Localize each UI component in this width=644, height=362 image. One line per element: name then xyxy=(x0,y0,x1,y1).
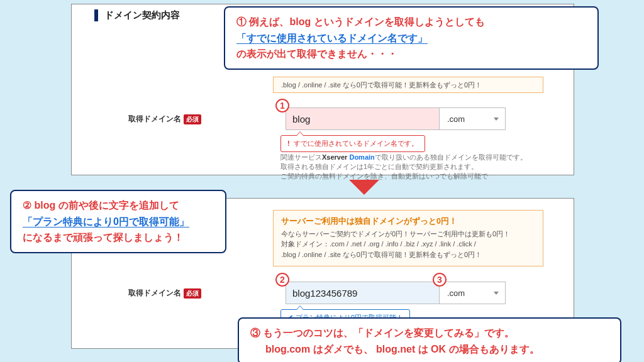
domain-label: 取得ドメイン名必須 xyxy=(128,114,201,124)
marker-3: 3 xyxy=(433,273,447,287)
tld-select-2[interactable]: .com xyxy=(440,282,506,304)
promo-line1: 今ならサーバーご契約でドメインが0円！サーバーご利用中は更新も0円！ xyxy=(281,229,535,239)
domain-label-2: 取得ドメイン名必須 xyxy=(128,288,201,299)
callout3-line2: blog.com はダメでも、 blog.net は OK の場合もあります。 xyxy=(250,341,609,358)
callout1-line1: ① 例えば、blog というドメインを取得しようとしても xyxy=(236,14,586,30)
required-badge: 必須 xyxy=(184,114,201,124)
callout2-line2: 「プラン特典により0円で取得可能」 xyxy=(23,214,214,230)
callout-1: ① 例えば、blog というドメインを取得しようとしても 「すでに使用されている… xyxy=(224,6,599,70)
marker-2: 2 xyxy=(275,273,289,287)
error-bubble: すでに使用されているドメイン名です。 xyxy=(280,135,425,152)
callout-3: ③ もう一つのコツは、「ドメインを変更してみる」です。 blog.com はダメ… xyxy=(238,317,621,362)
promo-line3b: .blog / .online / .site なら0円で取得可能！更新料金もず… xyxy=(281,250,535,260)
promo-line3: .blog / .online / .site なら0円で取得可能！更新料金もず… xyxy=(281,80,535,90)
warning-icon xyxy=(287,140,294,147)
promo-title: サーバーご利用中は独自ドメインがずっと0円！ xyxy=(281,216,535,228)
callout2-line3: になるまで頑張って探しましょう！ xyxy=(23,229,214,246)
promo-line2: 対象ドメイン：.com / .net / .org / .info / .biz… xyxy=(281,239,535,250)
callout3-line1: ③ もう一つのコツは、「ドメインを変更してみる」です。 xyxy=(250,325,609,341)
tld-select-1[interactable]: .com xyxy=(440,107,506,130)
domain-input-2[interactable]: blog123456789 xyxy=(286,282,440,304)
callout2-line1: ② blog の前や後に文字を追加して xyxy=(23,197,214,214)
down-arrow-icon xyxy=(349,180,379,195)
section-title: ドメイン契約内容 xyxy=(94,9,180,21)
required-badge-2: 必須 xyxy=(184,288,201,299)
callout1-line3: の表示が出て取得できません・・・ xyxy=(236,46,586,62)
help-text-1c: ご契約特典の無料ドメインを除き、自動更新はいつでも解除可能で xyxy=(280,171,488,182)
promo-box-clipped: .blog / .online / .site なら0円で取得可能！更新料金もず… xyxy=(273,77,543,93)
callout1-line2: 「すでに使用されているドメイン名です」 xyxy=(236,30,586,47)
callout-2: ② blog の前や後に文字を追加して 「プラン特典により0円で取得可能」 にな… xyxy=(10,190,226,253)
marker-1: 1 xyxy=(275,99,289,112)
promo-box: サーバーご利用中は独自ドメインがずっと0円！ 今ならサーバーご契約でドメインが0… xyxy=(273,210,543,266)
domain-input-1[interactable]: blog xyxy=(286,107,440,130)
